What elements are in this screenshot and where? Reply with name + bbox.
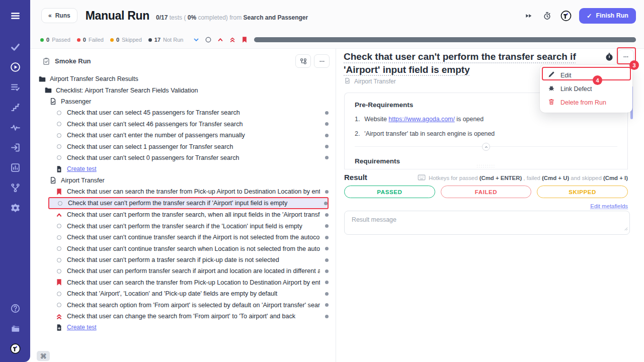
projects-folder-icon[interactable]	[9, 322, 22, 335]
tree-test-row[interactable]: Check that user can't perform the transf…	[30, 221, 329, 232]
keyboard-shortcuts-button[interactable]: ⌘	[37, 351, 50, 361]
tree-test-row[interactable]: Check that search option from 'From airp…	[30, 299, 329, 310]
not-run-dot	[325, 258, 329, 262]
tree-test-row[interactable]: Check that user can't continue transfer …	[30, 232, 329, 243]
status-stat-passed: 0Passed	[40, 37, 70, 43]
fast-forward-icon[interactable]	[523, 10, 534, 21]
not-run-dot	[325, 145, 329, 148]
bookmark-filter-icon[interactable]	[241, 36, 248, 43]
not-run-circle-icon	[55, 120, 63, 128]
run-tree-title: Smoke Run	[55, 57, 91, 65]
document-icon	[344, 77, 351, 85]
not-run-dot	[325, 213, 329, 217]
caret-up-filter-icon[interactable]	[217, 36, 224, 43]
tree-row-label: Check that user can't perform the transf…	[67, 223, 320, 230]
settings-gear-icon[interactable]	[9, 201, 22, 214]
timer-icon[interactable]	[605, 52, 614, 61]
tree-row-label: Check that search option from 'From airp…	[67, 302, 320, 309]
tree-test-row[interactable]: Check that user can perform transfer sea…	[30, 265, 329, 277]
tree-test-row[interactable]: Check that 'Airport', 'Location' and 'Pi…	[30, 288, 329, 299]
tree-create-row[interactable]: Create test	[30, 163, 329, 174]
steps-icon[interactable]	[9, 101, 22, 114]
menu-item-edit[interactable]: Edit	[540, 68, 632, 82]
list-check-icon[interactable]	[9, 80, 22, 94]
tree-folder-row[interactable]: Checklist: Airport Transfer Search Field…	[30, 84, 329, 96]
pencil-icon	[548, 71, 555, 79]
tree-test-row[interactable]: Check that user can search the transfer …	[30, 277, 329, 288]
chevron-down-icon[interactable]	[193, 36, 200, 43]
collapse-toggle-icon[interactable]	[482, 143, 490, 151]
result-skipped-button[interactable]: SKIPPED	[537, 186, 628, 198]
prerequisite-number: 1.	[355, 116, 360, 123]
menu-icon[interactable]	[9, 9, 22, 22]
status-stat-skipped: 0Skipped	[110, 37, 142, 43]
double-caret-up-filter-icon[interactable]	[229, 36, 236, 43]
document-icon	[49, 176, 57, 184]
tree-test-row[interactable]: Check that user can't perform a trasfer …	[30, 254, 329, 265]
status-label: Passed	[52, 37, 70, 43]
tree-test-row[interactable]: Check that user can select 45 passengers…	[30, 107, 329, 118]
page-title: Manual Run	[86, 9, 149, 23]
status-label: Failed	[89, 37, 104, 43]
run-play-icon[interactable]	[9, 60, 22, 73]
agoda-link[interactable]: https://www.agoda.com/	[388, 116, 455, 123]
tree-more-button[interactable]	[314, 54, 330, 68]
status-dot	[148, 38, 152, 42]
bookmark-icon	[55, 188, 63, 196]
not-run-dot	[325, 281, 329, 284]
document-icon	[49, 98, 57, 105]
prerequirement-item: 2.'Airport transfer' tab in search engin…	[355, 130, 617, 137]
tree-create-row[interactable]: Create test	[30, 322, 329, 333]
branch-icon[interactable]	[9, 181, 22, 194]
group-view-button[interactable]	[295, 54, 311, 68]
tree-test-row[interactable]: Check that user can't enter the number o…	[30, 130, 329, 141]
pulse-icon[interactable]	[9, 121, 22, 134]
resize-handle-icon[interactable]: ··················	[476, 164, 495, 168]
tree-test-row[interactable]: Check that user can select 1 passenger f…	[30, 141, 329, 152]
tree-test-row[interactable]: Check that user can't continue transfer …	[30, 243, 329, 254]
tree-test-row[interactable]: Check that user can change the search fr…	[30, 311, 329, 322]
tree-row-label: Passenger	[61, 98, 329, 105]
finish-run-button[interactable]: ✓ Finish Run	[579, 8, 636, 24]
help-icon[interactable]	[9, 302, 22, 315]
run-progress-summary: 0/17 tests ( 0% completed) from Search a…	[156, 14, 308, 21]
stopwatch-icon[interactable]	[542, 10, 553, 21]
status-dot	[110, 38, 114, 42]
tree-test-row[interactable]: Check that user can't select 0 passenger…	[30, 152, 329, 163]
circle-filter-icon[interactable]	[205, 36, 212, 43]
result-passed-button[interactable]: PASSED	[344, 186, 435, 198]
test-context-menu: EditLink DefectDelete from Run	[540, 65, 632, 113]
run-status-bar: 0Passed0Failed0Skipped17Not Run	[30, 31, 644, 48]
import-icon[interactable]	[9, 141, 22, 154]
result-message-input[interactable]	[344, 211, 630, 235]
tree-suite-row[interactable]: Airport Transfer	[30, 175, 329, 186]
not-run-dot	[325, 224, 329, 228]
tasks-check-icon[interactable]	[9, 40, 22, 53]
test-more-button[interactable]	[618, 49, 634, 64]
not-run-circle-icon	[55, 256, 63, 264]
not-run-circle-icon	[55, 245, 63, 252]
edit-metafields-link[interactable]: Edit metafields	[590, 203, 628, 209]
menu-item-delete-from-run[interactable]: Delete from Run	[540, 96, 632, 109]
tree-test-row[interactable]: Check that user can search the transfer …	[30, 186, 329, 197]
tree-suite-row[interactable]: Passenger	[30, 96, 329, 107]
folder-icon	[38, 75, 46, 83]
brand-logo-icon[interactable]	[9, 342, 22, 355]
menu-item-link-defect[interactable]: Link Defect	[540, 82, 632, 96]
tree-row-label: Check that user can select 45 passengers…	[67, 109, 320, 116]
not-run-dot	[325, 134, 329, 137]
suite-breadcrumb[interactable]: Airport Transfer	[344, 77, 396, 85]
tree-test-row[interactable]: Check that user can't perform the transf…	[30, 209, 329, 220]
back-to-runs-button[interactable]: « Runs	[41, 8, 77, 23]
back-label: Runs	[55, 12, 70, 19]
tree-folder-row[interactable]: Airport Transfer Search Results	[30, 73, 329, 84]
tree-row-label: Check that user can't perform the transf…	[68, 200, 319, 207]
workspace-logo[interactable]	[560, 10, 572, 21]
result-failed-button[interactable]: FAILED	[441, 186, 532, 198]
tree-test-row[interactable]: Check that user can't perform the transf…	[48, 197, 329, 209]
report-icon[interactable]	[9, 161, 22, 174]
tree-test-row[interactable]: Check that user can't select 46 passenge…	[30, 119, 329, 130]
tree-row-label: Create test	[67, 324, 97, 331]
prerequisite-text: Website https://www.agoda.com/ is opened	[364, 116, 484, 123]
sidebar-bottom-icons	[9, 302, 22, 362]
